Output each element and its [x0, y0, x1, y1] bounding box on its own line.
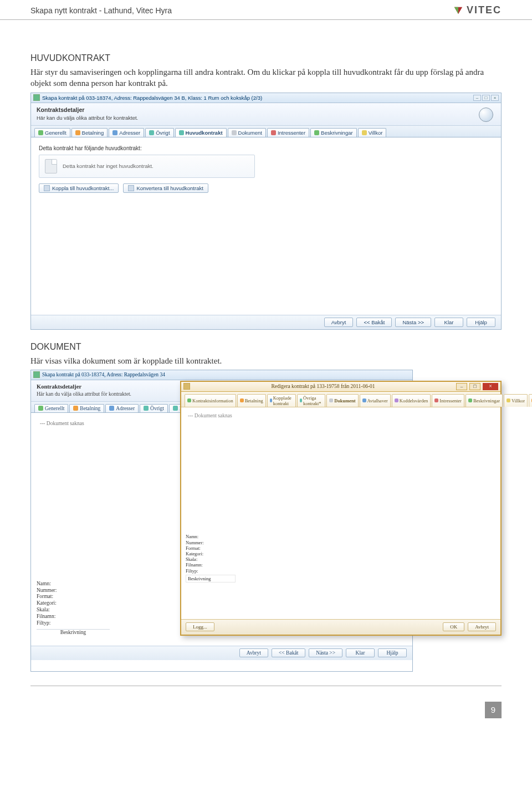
tab-generellt[interactable]: Generellt — [34, 404, 68, 412]
tab-adresser[interactable]: Adresser — [105, 404, 139, 412]
tab-icon — [75, 130, 80, 135]
win2b-titlebar: Redigera kontrakt på 133-19758 från 2011… — [181, 382, 500, 392]
tab-ovrigt[interactable]: Övrigt — [145, 128, 173, 137]
tab-icon — [109, 406, 114, 411]
win1-window-controls: – □ × — [473, 95, 499, 101]
win2b-body: --- Dokument saknas Namn: Nummer: Format… — [181, 407, 500, 607]
tab-icon — [149, 130, 154, 135]
win2b-tabs: Kontraktsinformation Betalning Kopplade … — [181, 392, 500, 407]
field-kategori: Kategori: — [186, 551, 236, 556]
tab-label: Övrigt — [150, 406, 164, 411]
page-header-title: Skapa nytt kontrakt - Lathund, Vitec Hyr… — [30, 6, 172, 15]
win1: Skapa kontrakt på 033-18374, Adress: Rap… — [30, 93, 502, 330]
btn-label: Koppla till huvudkontrakt... — [52, 185, 114, 191]
hjalp-button[interactable]: Hjälp — [378, 648, 407, 657]
info-icon — [479, 108, 493, 122]
tab-intressenter[interactable]: Intressenter — [432, 394, 464, 407]
tab-intressenter[interactable]: Intressenter — [267, 128, 309, 137]
section2-title: DOKUMENT — [30, 342, 502, 352]
tab-avtalhaver[interactable]: Avtalhaver — [360, 394, 391, 407]
brand: VITEC — [453, 4, 502, 16]
logg-button[interactable]: Logg... — [186, 622, 214, 631]
tab-icon — [395, 398, 398, 402]
tab-mediadeb[interactable]: Mediadebitering — [529, 394, 532, 407]
tab-ovriga[interactable]: Övriga kontrakt* — [297, 394, 326, 407]
close-button[interactable]: × — [483, 383, 498, 390]
bakat-button[interactable]: << Bakåt — [356, 318, 392, 327]
tab-ovrigt[interactable]: Övrigt — [140, 404, 168, 412]
field-filtyp: Filtyp: — [37, 620, 110, 627]
hjalp-button[interactable]: Hjälp — [467, 318, 495, 327]
tab-icon — [173, 406, 178, 411]
tab-koddel[interactable]: Koddelsvärden — [392, 394, 431, 407]
doc-missing-text: --- Dokument saknas — [188, 413, 496, 418]
tab-betalning[interactable]: Betalning — [237, 394, 266, 407]
tab-label: Betalning — [80, 406, 100, 411]
field-kategori: Kategori: — [37, 600, 110, 607]
tab-icon — [187, 398, 191, 402]
tab-label: Generellt — [45, 406, 64, 411]
tab-label: Kontraktsinformation — [192, 398, 233, 403]
win1-tabs: Generellt Betalning Adresser Övrigt Huvu… — [31, 126, 501, 137]
tab-kopplade[interactable]: Kopplade kontrakt — [267, 394, 296, 407]
tab-dokument[interactable]: Dokument — [228, 128, 266, 137]
avbryt-button[interactable]: Avbryt — [324, 318, 354, 327]
bakat-button[interactable]: << Bakåt — [272, 648, 305, 657]
minimize-button[interactable]: – — [456, 383, 467, 390]
tab-label: Koddelsvärden — [400, 398, 428, 403]
tab-icon — [434, 398, 438, 402]
tab-betalning[interactable]: Betalning — [71, 128, 108, 137]
field-namn: Namn: — [186, 534, 236, 539]
minimize-button[interactable]: – — [473, 95, 481, 101]
klar-button[interactable]: Klar — [434, 318, 463, 327]
nasta-button[interactable]: Nästa >> — [395, 318, 431, 327]
tab-label: Villkor — [369, 130, 383, 136]
win2a-footer: Avbryt << Bakåt Nästa >> Klar Hjälp — [31, 646, 412, 660]
win2b: Redigera kontrakt på 133-19758 från 2011… — [180, 381, 502, 636]
klar-button[interactable]: Klar — [346, 648, 375, 657]
tab-dokument[interactable]: Dokument — [326, 394, 358, 407]
koppla-button[interactable]: Koppla till huvudkontrakt... — [39, 183, 119, 193]
overlap-wrap: Skapa kontrakt på 033-18374, Adress: Rap… — [30, 370, 502, 675]
tab-icon — [329, 398, 333, 402]
tab-villkor[interactable]: Villkor — [358, 128, 387, 137]
maximize-button[interactable]: □ — [469, 383, 480, 390]
brand-text: VITEC — [467, 4, 502, 16]
win1-titlebar: Skapa kontrakt på 033-18374, Adress: Rap… — [31, 93, 501, 103]
tab-label: Betalning — [245, 398, 263, 403]
tab-icon — [314, 130, 319, 135]
tab-icon — [240, 398, 244, 402]
konvertera-button[interactable]: Konvertera till huvudkontrakt — [123, 183, 208, 193]
tab-kontraktsinfo[interactable]: Kontraktsinformation — [185, 394, 236, 407]
close-button[interactable]: × — [491, 95, 499, 101]
hk-box-text: Detta kontrakt har inget huvudkontrakt. — [63, 163, 154, 169]
tab-icon — [271, 130, 276, 135]
tab-icon — [362, 130, 367, 135]
tab-betalning[interactable]: Betalning — [69, 404, 104, 412]
tab-label: Generellt — [45, 130, 66, 136]
maximize-button[interactable]: □ — [482, 95, 490, 101]
tab-adresser[interactable]: Adresser — [109, 128, 144, 137]
win1-infobar: Kontraktsdetaljer Här kan du välja olika… — [31, 103, 501, 126]
win2b-fieldlist: Namn: Nummer: Format: Kategori: Skala: F… — [186, 534, 236, 573]
ok-button[interactable]: OK — [443, 622, 464, 631]
tab-villkor[interactable]: Villkor — [504, 394, 528, 407]
tab-beskrivningar[interactable]: Beskrivningar — [310, 128, 357, 137]
nasta-button[interactable]: Nästa >> — [309, 648, 342, 657]
win1-body: Detta kontrakt har följande huvudkontrak… — [31, 137, 501, 315]
tab-icon — [468, 398, 472, 402]
app-icon — [33, 371, 40, 378]
tab-icon — [73, 406, 78, 411]
tab-label: Adresser — [119, 130, 140, 136]
tab-beskrivningar[interactable]: Beskrivningar — [466, 394, 503, 407]
win1-footer: Avbryt << Bakåt Nästa >> Klar Hjälp — [31, 315, 501, 329]
tab-icon — [144, 406, 149, 411]
section1-title: HUVUDKONTRAKT — [30, 53, 502, 63]
win2b-footer: Logg... OK Avbryt — [181, 619, 500, 635]
avbryt-button[interactable]: Avbryt — [468, 622, 496, 631]
field-filnamn: Filnamn: — [37, 614, 110, 620]
tab-huvudkontrakt[interactable]: Huvudkontrakt — [175, 128, 227, 137]
tab-generellt[interactable]: Generellt — [34, 128, 70, 137]
avbryt-button[interactable]: Avbryt — [239, 648, 268, 657]
hk-buttons: Koppla till huvudkontrakt... Konvertera … — [39, 183, 493, 193]
